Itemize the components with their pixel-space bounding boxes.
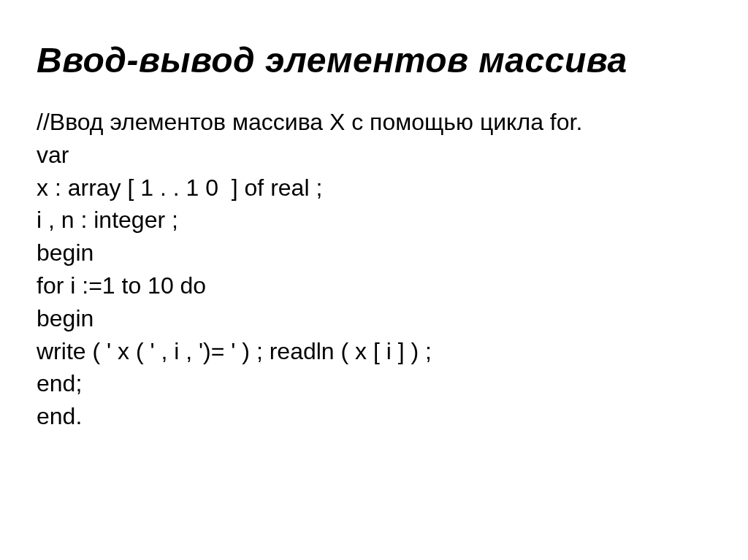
code-line: i , n : integer ;	[37, 204, 711, 237]
code-line: end;	[37, 367, 711, 400]
code-line: var	[37, 139, 711, 172]
code-line: end.	[37, 400, 711, 433]
code-line: for i :=1 to 10 do	[37, 269, 711, 302]
code-line: begin	[37, 302, 711, 335]
code-line: write ( ' x ( ' , i , ')= ' ) ; readln (…	[37, 335, 711, 368]
code-block: //Ввод элементов массива Х с помощью цик…	[37, 106, 711, 433]
code-line: //Ввод элементов массива Х с помощью цик…	[37, 106, 711, 139]
code-line: begin	[37, 237, 711, 269]
slide-title: Ввод-вывод элементов массива	[37, 40, 711, 80]
code-line: x : array [ 1 . . 1 0 ] of real ;	[37, 172, 711, 204]
